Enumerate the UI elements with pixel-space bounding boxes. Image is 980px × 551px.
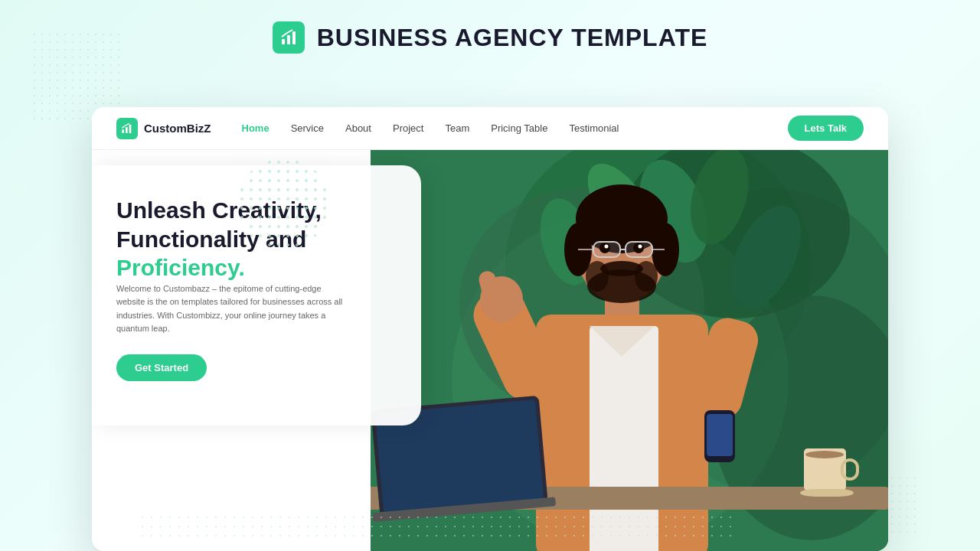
hero-section: Unleash Creativity, Functionality and Pr… [92,150,888,551]
hero-description: Welcome to Custombazz – the epitome of c… [116,282,346,336]
bar-chart-icon [279,28,298,47]
nav-links: Home Service About Project Team Pricing … [242,122,788,134]
hero-dot-circle-decoration [237,158,329,249]
page-title: BUSINESS AGENCY TEMPLATE [317,24,708,52]
hero-content-card: Unleash Creativity, Functionality and Pr… [92,165,421,425]
site-logo-text: CustomBizZ [144,122,211,135]
svg-point-53 [805,451,844,458]
nav-item-about[interactable]: About [345,122,371,134]
person-svg [371,150,888,551]
svg-point-31 [600,261,643,276]
svg-rect-5 [129,124,132,132]
hero-cta-button[interactable]: Get Started [116,354,207,381]
nav-item-team[interactable]: Team [445,122,469,134]
svg-rect-2 [292,31,296,44]
svg-rect-1 [287,35,290,44]
svg-point-35 [639,245,642,249]
nav-cta-button[interactable]: Lets Talk [788,116,864,141]
site-logo-icon [116,118,138,139]
browser-window: CustomBizZ Home Service About Project Te… [92,107,888,551]
nav-item-home[interactable]: Home [242,122,270,134]
svg-rect-51 [800,489,854,497]
nav-item-testimonial[interactable]: Testimonial [569,122,619,134]
svg-rect-42 [482,297,524,311]
page-header: BUSINESS AGENCY TEMPLATE [0,0,980,69]
svg-rect-3 [122,129,124,133]
svg-rect-52 [842,460,858,479]
nav-item-service[interactable]: Service [291,122,324,134]
svg-rect-4 [126,127,128,133]
hero-image-bg [371,150,888,551]
svg-rect-45 [707,414,733,456]
svg-point-33 [633,243,644,253]
nav-item-pricing[interactable]: Pricing Table [491,122,547,134]
nav-item-project[interactable]: Project [393,122,423,134]
site-navbar: CustomBizZ Home Service About Project Te… [92,107,888,150]
header-logo-icon [273,21,305,54]
svg-rect-0 [282,39,285,44]
bottom-dots-decoration [138,513,735,543]
hero-photo-area [371,150,888,551]
svg-point-32 [599,243,610,253]
site-logo-chart-icon [121,122,133,135]
svg-point-34 [605,245,609,249]
site-logo: CustomBizZ [116,118,211,139]
